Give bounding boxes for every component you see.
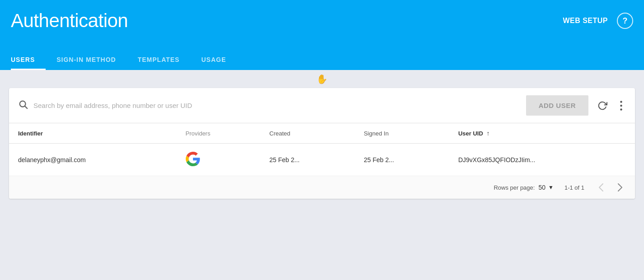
next-page-button[interactable] <box>614 182 626 193</box>
prev-page-button[interactable] <box>595 182 607 193</box>
table-header-row: Identifier Providers Created Signed In U… <box>9 123 635 144</box>
pagination: Rows per page: 50 ▼ 1-1 of 1 <box>9 176 635 199</box>
drag-handle[interactable]: ✋ <box>0 70 644 88</box>
header: Authentication WEB SETUP ? USERS SIGN-IN… <box>0 0 644 70</box>
rows-per-page-label: Rows per page: <box>494 184 535 191</box>
cell-providers <box>177 144 260 176</box>
add-user-button[interactable]: ADD USER <box>526 95 588 116</box>
web-setup-link[interactable]: WEB SETUP <box>563 17 608 25</box>
rows-per-page-select[interactable]: 50 ▼ <box>538 184 553 191</box>
hand-icon: ✋ <box>316 74 328 84</box>
sort-arrow-icon: ↑ <box>486 130 489 137</box>
help-icon[interactable]: ? <box>617 13 633 29</box>
col-providers: Providers <box>177 123 260 144</box>
svg-point-2 <box>620 101 622 103</box>
more-options-button[interactable] <box>616 97 626 114</box>
tab-users[interactable]: USERS <box>11 51 46 70</box>
rows-per-page-dropdown-icon: ▼ <box>548 184 554 191</box>
tab-sign-in-method[interactable]: SIGN-IN METHOD <box>46 51 127 70</box>
cell-signed-in: 25 Feb 2... <box>355 144 449 176</box>
col-identifier: Identifier <box>9 123 177 144</box>
cell-user-uid: DJ9vXGx85JQFIODzJIim... <box>449 144 635 176</box>
cell-created: 25 Feb 2... <box>260 144 355 176</box>
svg-point-4 <box>620 108 622 110</box>
search-bar: ADD USER <box>9 88 635 123</box>
tabs: USERS SIGN-IN METHOD TEMPLATES USAGE <box>11 51 633 70</box>
rows-per-page-value: 50 <box>538 184 545 191</box>
table-row: delaneyphx@gmail.com 25 Feb 2... 25 Feb … <box>9 144 635 176</box>
tab-templates[interactable]: TEMPLATES <box>127 51 191 70</box>
main-content: ✋ ADD USER <box>0 70 644 199</box>
col-signed-in: Signed In <box>355 123 449 144</box>
col-created: Created <box>260 123 355 144</box>
users-card: ADD USER Identifier <box>9 88 635 199</box>
svg-point-3 <box>620 104 622 106</box>
google-provider-icon <box>186 152 200 166</box>
header-top: Authentication WEB SETUP ? <box>11 0 633 32</box>
refresh-button[interactable] <box>594 97 611 114</box>
col-user-uid[interactable]: User UID ↑ <box>449 123 635 144</box>
page-info: 1-1 of 1 <box>564 184 584 191</box>
page-title: Authentication <box>11 10 128 32</box>
users-table: Identifier Providers Created Signed In U… <box>9 123 635 176</box>
rows-per-page: Rows per page: 50 ▼ <box>494 184 554 191</box>
svg-line-1 <box>25 106 27 108</box>
header-actions: WEB SETUP ? <box>563 13 633 29</box>
search-icon <box>18 99 28 112</box>
search-input[interactable] <box>33 102 521 109</box>
cell-identifier: delaneyphx@gmail.com <box>9 144 177 176</box>
tab-usage[interactable]: USAGE <box>190 51 237 70</box>
